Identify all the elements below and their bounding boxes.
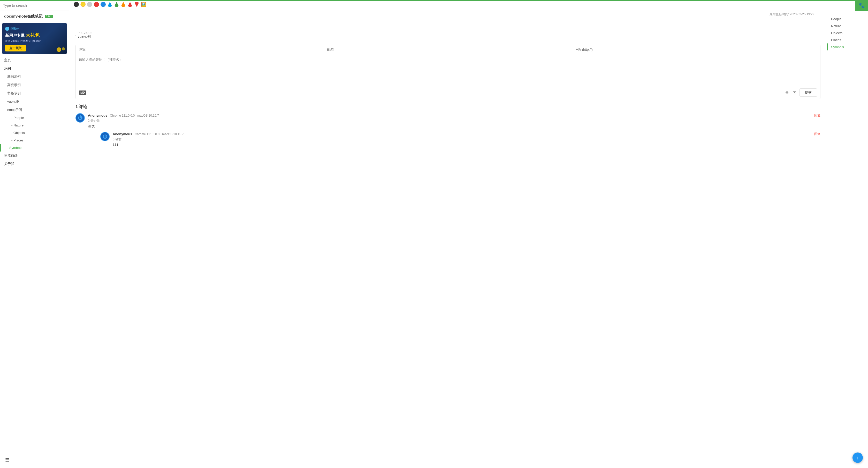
emoji-blue [100,2,106,7]
nested-comment-meta: Anonymous Chrome 111.0.0.0 macOS 10.15.7… [113,132,820,136]
emoji-top-bar: 😶 🖼️ [69,0,868,9]
nested-comment-os: macOS 10.15.7 [162,133,184,136]
sidebar-item-symbols[interactable]: - Symbols [0,144,69,151]
emoji-red-triangle [127,2,133,7]
comment-item: ⏻ Anonymous Chrome 111.0.0.0 macOS 10.15… [75,113,820,151]
nested-comment-browser: Chrome 111.0.0.0 [135,133,159,136]
form-actions: ☺ ⊡ 提交 [785,88,817,97]
comment-avatar: ⏻ [75,113,85,122]
content-wrap: 最后更新时间: 2023-02-25 19:22 ‹ PREVIOUS vue示… [69,9,827,161]
comment-os: macOS 10.15.7 [137,114,159,117]
toc-item-people[interactable]: People [827,16,868,23]
sidebar-item-basic[interactable]: 基础示例 [0,72,69,81]
emoji-face: 😶 [80,2,86,7]
nested-comment-text: 111 [113,143,820,147]
sidebar-item-examples[interactable]: 示例 [0,64,69,72]
submit-comment-button[interactable]: 提交 [800,88,817,97]
comment-textarea[interactable] [76,54,820,85]
comments-header: 1 评论 [75,104,820,110]
search-input[interactable] [3,3,66,7]
nested-comment-author: Anonymous [113,132,132,136]
avatar-icon: ⏻ [78,115,83,121]
scroll-up-icon: ↑ [857,455,859,461]
emoji-red-triangle-down [134,2,139,7]
comment-browser: Chrome 111.0.0.0 [110,114,135,117]
sidebar-item-advanced[interactable]: 高级示例 [0,81,69,89]
toc-item-objects[interactable]: Objects [827,29,868,36]
comment-nickname-input[interactable] [76,45,323,54]
coin-decoration [57,47,61,52]
prev-title: vue示例 [78,34,93,39]
prev-nav-content: PREVIOUS vue示例 [78,31,93,39]
nested-avatar-icon: ⏻ [103,134,107,139]
nested-reply-button[interactable]: 回复 [814,132,820,136]
sidebar-item-vue[interactable]: vue示例 [0,97,69,106]
emoji-photo: 🖼️ [141,2,146,7]
tencent-logo-icon [5,27,9,31]
nested-comment-time: 0 秒前 [113,137,820,142]
emoji-orange-triangle [121,2,126,7]
comment-form-footer: MD ☺ ⊡ 提交 [76,86,820,99]
toc-item-nature[interactable]: Nature [827,23,868,29]
sidebar-item-mainstream[interactable]: 主流前端 [0,151,69,160]
comment-email-input[interactable] [323,45,572,54]
ad-banner[interactable]: 腾讯云 新用户专属 大礼包 价值 2860元 代金券无门槛领取 点击领取 [2,23,67,54]
tencent-logo: 腾讯云 [5,27,64,31]
emoji-black [74,2,79,7]
ad-headline1: 新用户专属 [5,33,25,37]
last-updated: 最后更新时间: 2023-02-25 19:22 [75,9,820,19]
prev-nav[interactable]: ‹ PREVIOUS vue示例 [75,27,93,40]
version-badge: 1.0.1 [45,15,53,18]
sidebar-title: docsify-note在线笔记 [4,14,43,19]
search-bar [0,0,69,11]
ad-decorations [57,47,65,52]
comment-author: Anonymous [88,114,107,117]
scroll-to-top-button[interactable]: ↑ [852,452,863,463]
toc-item-symbols[interactable]: Symbols [827,43,868,51]
top-divider [75,23,820,23]
nested-comment-item: ⏻ Anonymous Chrome 111.0.0.0 macOS 10.15… [100,132,820,147]
tencent-logo-text: 腾讯云 [10,27,19,31]
sidebar-item-people[interactable]: - People [0,114,69,121]
ad-cta-button[interactable]: 点击领取 [5,45,26,52]
comment-time: 2 分钟前 [88,119,820,123]
emoji-picker-button[interactable]: ☺ [785,90,789,95]
nested-comment-avatar: ⏻ [100,132,110,141]
reply-button[interactable]: 回复 [814,113,820,118]
coin-decoration-small [62,47,65,51]
comment-form: MD ☺ ⊡ 提交 [75,45,820,99]
prev-arrow: ‹ [75,33,77,37]
github-icon: 🐾 [859,2,865,8]
menu-icon: ☰ [5,458,9,463]
main-content: 😶 🖼️ 最后更新时间: 2023-02-25 19:22 ‹ PREVIOUS… [69,0,868,468]
markdown-badge: MD [79,90,86,95]
top-right-github-icon[interactable]: 🐾 [855,0,868,11]
sidebar-item-home[interactable]: 主页 [0,56,69,64]
sidebar: docsify-note在线笔记 1.0.1 腾讯云 新用户专属 大礼包 价值 … [0,0,69,468]
comment-text: 测试 [88,124,820,129]
toc-sidebar: People Nature Objects Places Symbols [827,0,868,468]
toc-item-places[interactable]: Places [827,36,868,43]
emoji-red [94,2,99,7]
menu-button[interactable]: ☰ [5,457,9,463]
image-upload-button[interactable]: ⊡ [793,90,797,95]
top-green-bar [0,0,868,1]
emoji-gray [87,2,92,7]
ad-headline2: 大礼包 [26,33,39,38]
comment-body: Anonymous Chrome 111.0.0.0 macOS 10.15.7… [88,113,820,151]
sidebar-item-objects[interactable]: - Objects [0,129,69,137]
sidebar-item-bookmark[interactable]: 书签示例 [0,89,69,97]
nested-comment-body: Anonymous Chrome 111.0.0.0 macOS 10.15.7… [113,132,820,147]
sidebar-nav: 主页 示例 基础示例 高级示例 书签示例 vue示例 emoji示例 - Peo… [0,56,69,168]
ad-headline: 新用户专属 大礼包 [5,32,64,38]
emoji-teal-triangle [107,2,113,7]
sidebar-item-nature[interactable]: - Nature [0,121,69,129]
sidebar-item-about[interactable]: 关于我 [0,160,69,168]
ad-subtext: 价值 2860元 代金券无门槛领取 [5,39,64,43]
prev-label: PREVIOUS [78,31,93,34]
sidebar-item-emoji[interactable]: emoji示例 [0,106,69,114]
emoji-green-triangle [114,2,119,7]
sidebar-item-places[interactable]: - Places [0,137,69,144]
sidebar-title-wrap: docsify-note在线笔记 1.0.1 [0,11,69,20]
comment-website-input[interactable] [572,45,820,54]
